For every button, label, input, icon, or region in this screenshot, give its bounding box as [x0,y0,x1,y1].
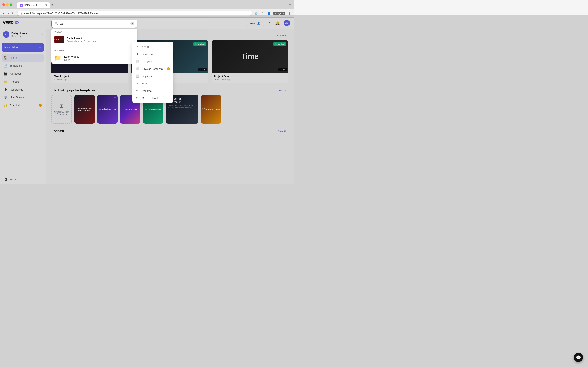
menu-label: Download [142,53,154,56]
active-tab[interactable]: V Home - VEED ✕ [17,2,50,8]
result-info: Earth Videos Empty [64,55,127,61]
tab-close-button[interactable]: ✕ [45,4,47,7]
browser-titlebar: V Home - VEED ✕ + ⋯ [0,0,294,9]
incognito-badge: Incognito [273,12,285,15]
result-name: Earth Project [67,37,127,40]
result-info: Earth Project Exported • about 3 hours a… [67,37,127,42]
share-icon: ↗ [136,45,139,48]
menu-item-duplicate[interactable]: ⬜ Duplicate [132,72,173,80]
menu-label: Duplicate [142,75,153,78]
search-section-folder: Folder [52,47,137,52]
result-meta: Exported • about 3 hours ago [67,40,127,42]
tab-expand: ⋯ [289,3,292,6]
menu-item-save-template[interactable]: ⬜ Save as Template ! [132,65,173,72]
result-meta: Empty [64,58,127,61]
search-result-item[interactable]: EARTH TIMES Earth Project Exported • abo… [52,34,137,45]
search-input[interactable] [60,22,129,25]
search-result-item[interactable]: 📁 Earth Videos Empty ⋯ [52,52,137,64]
pro-badge: ! [167,67,170,70]
menu-item-move[interactable]: ↔ Move [132,80,173,87]
duplicate-icon: ⬜ [136,75,139,78]
analytics-icon: 📈 [136,60,139,63]
rename-icon: ✏ [136,89,139,92]
menu-label: Analytics [142,60,152,63]
move-icon: ↔ [136,82,139,85]
search-clear-button[interactable]: ✕ [130,22,134,25]
menu-label: Move [142,82,148,85]
close-button[interactable] [2,3,5,6]
menu-label: Share [142,45,149,48]
menu-label: Move to Trash [142,97,158,100]
search-box: 🔍 ✕ [52,20,137,28]
search-dropdown: Video EARTH TIMES Earth Project Exported… [52,29,137,64]
trash-icon: 🗑 [136,96,139,100]
folder-icon: 📁 [54,54,62,62]
more-options-icon[interactable]: ⋯ [130,37,134,42]
search-section-video: Video [52,29,137,34]
address-bar[interactable]: 🔒 veed.io/workspaces/22ce6d2f-38c5-4df1-… [17,11,252,16]
menu-label: Save as Template [142,67,163,70]
cast-icon[interactable]: 📡 [254,11,259,16]
search-icon: 🔍 [54,22,58,25]
context-menu: ↗ Share ⬇ Download 📈 Analytics ⬜ Save as… [132,42,173,103]
template-icon: ⬜ [136,67,139,70]
new-tab-button[interactable]: + [50,2,55,8]
minimize-button[interactable] [6,3,9,6]
menu-item-share[interactable]: ↗ Share [132,43,173,50]
menu-icon[interactable]: ⋮ [287,11,292,16]
browser-chrome: V Home - VEED ✕ + ⋯ ‹ › ↻ 🔒 veed.io/work… [0,0,294,17]
url-text: veed.io/workspaces/22ce6d2f-38c5-4df1-a8… [24,12,98,15]
result-thumbnail: EARTH TIMES [54,36,64,43]
result-name: Earth Videos [64,55,127,58]
maximize-button[interactable] [10,3,12,6]
menu-label: Rename [142,89,152,92]
browser-actions: 📡 ☆ 👤 Incognito ⋮ [254,11,292,16]
refresh-button[interactable]: ↻ [11,11,16,16]
forward-button[interactable]: › [7,11,9,16]
menu-item-rename[interactable]: ✏ Rename [132,87,173,94]
bookmark-icon[interactable]: ☆ [260,11,265,16]
download-icon: ⬇ [136,52,139,56]
search-container: 🔍 ✕ Video EARTH TIMES Earth Project Expo… [52,20,137,64]
traffic-lights [2,3,12,6]
profile-icon[interactable]: 👤 [266,11,271,16]
menu-item-download[interactable]: ⬇ Download [132,50,173,58]
menu-item-trash[interactable]: 🗑 Move to Trash [132,94,173,102]
tab-favicon: V [20,4,23,7]
lock-icon: 🔒 [20,12,23,15]
menu-item-analytics[interactable]: 📈 Analytics [132,58,173,65]
browser-tabs: V Home - VEED ✕ + [16,2,57,8]
tab-title: Home - VEED [24,4,39,7]
back-button[interactable]: ‹ [2,11,5,16]
divider [52,46,137,46]
